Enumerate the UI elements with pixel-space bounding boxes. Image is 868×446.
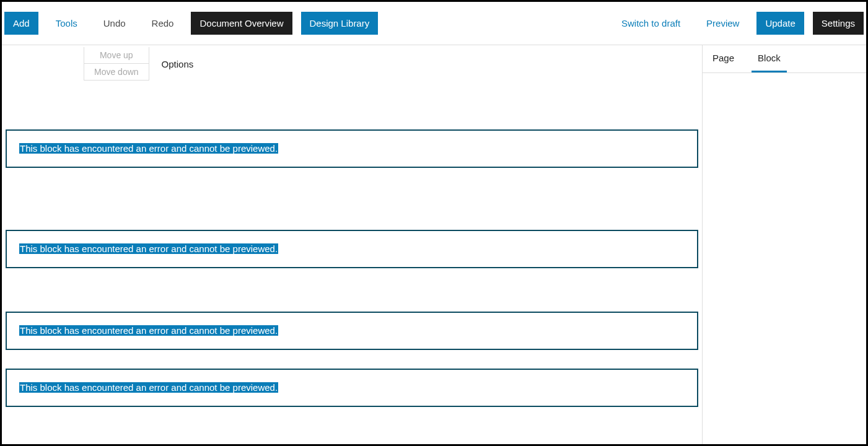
editor-toolbar: Add Tools Undo Redo Document Overview De…	[2, 2, 866, 45]
settings-button[interactable]: Settings	[813, 12, 864, 35]
tools-button[interactable]: Tools	[47, 12, 86, 35]
block-error-text: This block has encountered an error and …	[19, 325, 278, 336]
move-down-button[interactable]: Move down	[84, 63, 149, 80]
switch-to-draft-button[interactable]: Switch to draft	[613, 12, 689, 35]
block-error[interactable]: This block has encountered an error and …	[6, 129, 698, 168]
move-group: Move up Move down	[84, 47, 149, 81]
block-error[interactable]: This block has encountered an error and …	[6, 230, 698, 268]
toolbar-right: Switch to draft Preview Update Settings	[604, 12, 864, 35]
preview-button[interactable]: Preview	[698, 12, 748, 35]
design-library-button[interactable]: Design Library	[301, 12, 379, 35]
block-toolbar: Move up Move down Options	[2, 45, 702, 82]
toolbar-left: Add Tools Undo Redo Document Overview De…	[4, 12, 387, 35]
block-error[interactable]: This block has encountered an error and …	[6, 312, 698, 350]
undo-button[interactable]: Undo	[95, 12, 134, 35]
block-error[interactable]: This block has encountered an error and …	[6, 369, 698, 407]
options-button[interactable]: Options	[162, 59, 194, 69]
editor-content: This block has encountered an error and …	[2, 82, 702, 444]
sidebar-tabs: Page Block	[703, 45, 866, 72]
settings-sidebar: Page Block	[702, 45, 866, 444]
add-button[interactable]: Add	[4, 12, 38, 35]
document-overview-button[interactable]: Document Overview	[191, 12, 292, 35]
block-error-text: This block has encountered an error and …	[19, 143, 278, 154]
update-button[interactable]: Update	[756, 12, 804, 35]
editor-body: Move up Move down Options This block has…	[2, 45, 866, 444]
editor-scroll[interactable]: Move up Move down Options This block has…	[2, 45, 702, 444]
move-up-button[interactable]: Move up	[84, 47, 149, 63]
sidebar-divider	[703, 72, 866, 73]
block-error-text: This block has encountered an error and …	[19, 243, 278, 254]
tab-block[interactable]: Block	[752, 53, 787, 72]
block-error-text: This block has encountered an error and …	[19, 382, 278, 393]
editor-column: Move up Move down Options This block has…	[2, 45, 702, 444]
redo-button[interactable]: Redo	[143, 12, 183, 35]
tab-page[interactable]: Page	[712, 53, 734, 72]
